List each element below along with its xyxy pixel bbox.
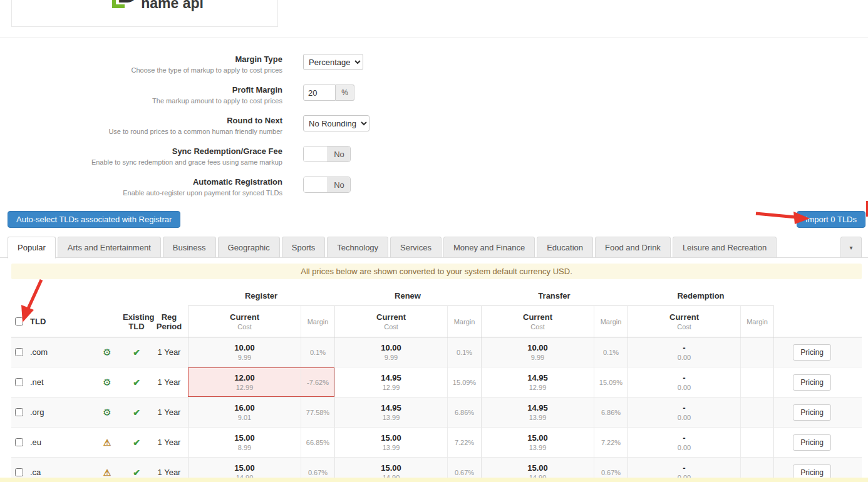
gear-icon <box>103 377 111 387</box>
round-to-next-help: Use to round prices to a common human fr… <box>0 128 282 135</box>
table-row: .net ✔ 1 Year 12.0012.99 -7.62% 14.9512.… <box>11 367 862 397</box>
profit-margin-label: Profit Margin <box>0 85 282 95</box>
brand-d-mark: D <box>112 0 138 11</box>
reg-period: 1 Year <box>150 468 188 477</box>
table-header-row: TLD Existing TLD Reg Period CurrentCost … <box>11 306 862 337</box>
renew-cells: 15.0013.99 7.22% <box>334 428 481 457</box>
check-icon: ✔ <box>133 438 140 448</box>
tab-leisure-and-recreation[interactable]: Leisure and Recreation <box>673 237 777 258</box>
row-checkbox[interactable] <box>15 438 23 446</box>
sync-redemption-help: Enable to sync redemption and grace fees… <box>0 158 282 166</box>
tld-name: .org <box>30 408 91 417</box>
existing-tld-column-header: Existing TLD <box>123 312 150 331</box>
redemption-cells: -0.00 <box>628 428 774 457</box>
renew-cells: 14.9512.99 15.09% <box>334 367 481 397</box>
redemption-cells: -0.00 <box>628 397 774 427</box>
profit-margin-help: The markup amount to apply to cost price… <box>0 97 282 105</box>
auto-select-tlds-button[interactable]: Auto-select TLDs associated with Registr… <box>8 211 180 228</box>
table-group-header-row: Register Renew Transfer Redemption <box>11 285 862 306</box>
category-tabs: Popular Arts and Entertainment Business … <box>0 236 868 258</box>
transfer-cells: 14.9513.99 6.86% <box>481 397 628 427</box>
reg-period: 1 Year <box>150 377 188 387</box>
tld-name: .eu <box>30 438 91 447</box>
row-checkbox[interactable] <box>15 378 23 386</box>
transfer-cells: 15.0013.99 7.22% <box>481 428 628 457</box>
row-checkbox[interactable] <box>15 468 23 476</box>
check-icon: ✔ <box>133 408 140 418</box>
round-to-next-label: Round to Next <box>0 115 282 126</box>
percent-addon: % <box>336 85 354 101</box>
margin-type-select[interactable]: Percentage <box>303 54 363 70</box>
currency-notice: All prices below are shown converted to … <box>11 264 862 279</box>
form-row-automatic-registration: Automatic Registration Enable auto-regis… <box>0 177 868 197</box>
register-cells: 16.009.01 77.58% <box>188 397 334 427</box>
profit-margin-input[interactable] <box>303 85 336 101</box>
table-row: .org ✔ 1 Year 16.009.01 77.58% 14.9513.9… <box>11 397 862 428</box>
form-row-margin-type: Margin Type Choose the type of markup to… <box>0 54 868 74</box>
warning-icon <box>103 438 111 448</box>
tab-arts-and-entertainment[interactable]: Arts and Entertainment <box>58 237 161 258</box>
more-tabs-button[interactable]: ▾ <box>840 237 862 258</box>
check-icon: ✔ <box>133 377 140 387</box>
round-to-next-select[interactable]: No Rounding <box>303 115 369 131</box>
group-register: Register <box>188 285 334 306</box>
reg-period: 1 Year <box>150 408 188 417</box>
sync-redemption-toggle[interactable]: No <box>303 146 351 162</box>
renew-cells: 14.9513.99 6.86% <box>334 397 481 427</box>
redemption-header-group: CurrentCost Margin <box>628 306 774 337</box>
toggle-knob <box>304 146 328 162</box>
form-row-sync-redemption: Sync Redemption/Grace Fee Enable to sync… <box>0 146 868 166</box>
tab-education[interactable]: Education <box>537 237 593 258</box>
register-cells: 15.008.99 66.85% <box>188 428 334 457</box>
tab-business[interactable]: Business <box>163 237 216 258</box>
reg-period: 1 Year <box>150 347 188 357</box>
automatic-registration-help: Enable auto-register upon payment for sy… <box>0 189 282 197</box>
table-row: .com ✔ 1 Year 10.009.99 0.1% 10.009.99 0… <box>11 337 862 367</box>
transfer-header-group: CurrentCost Margin <box>481 306 628 337</box>
row-checkbox[interactable] <box>15 348 23 356</box>
logo-card: D omain name api <box>11 0 278 27</box>
select-all-checkbox[interactable] <box>15 317 23 326</box>
markup-settings-form: Margin Type Choose the type of markup to… <box>0 54 868 207</box>
tab-sports[interactable]: Sports <box>282 237 326 258</box>
tab-food-and-drink[interactable]: Food and Drink <box>595 237 671 258</box>
tab-money-and-finance[interactable]: Money and Finance <box>443 237 535 258</box>
toggle-state-label: No <box>328 177 350 192</box>
tld-pricing-table: Register Renew Transfer Redemption TLD E… <box>11 285 862 482</box>
action-button-row: Auto-select TLDs associated with Registr… <box>0 211 868 228</box>
bottom-highlight-strip <box>0 478 868 482</box>
tab-services[interactable]: Services <box>390 237 442 258</box>
redemption-cells: -0.00 <box>628 367 774 397</box>
pricing-button[interactable]: Pricing <box>793 374 831 391</box>
tld-name: .com <box>30 347 91 357</box>
brand-logo: D omain name api <box>112 0 204 11</box>
import-tlds-button[interactable]: Import 0 TLDs <box>797 211 865 228</box>
tab-technology[interactable]: Technology <box>327 237 388 258</box>
group-redemption: Redemption <box>628 285 774 306</box>
group-transfer: Transfer <box>481 285 628 306</box>
check-icon: ✔ <box>133 347 140 357</box>
automatic-registration-toggle[interactable]: No <box>303 177 351 193</box>
transfer-cells: 10.009.99 0.1% <box>481 337 628 367</box>
toggle-state-label: No <box>328 146 350 162</box>
pricing-button[interactable]: Pricing <box>793 404 831 421</box>
register-cells-negative-margin: 12.0012.99 -7.62% <box>188 367 334 397</box>
header-divider <box>0 38 868 38</box>
margin-type-help: Choose the type of markup to apply to co… <box>0 66 282 74</box>
tld-name: .net <box>30 377 91 387</box>
gear-icon <box>103 407 111 418</box>
pricing-button[interactable]: Pricing <box>793 344 831 361</box>
pricing-button[interactable]: Pricing <box>793 434 831 451</box>
renew-header-group: CurrentCost Margin <box>334 306 481 337</box>
group-renew: Renew <box>334 285 481 306</box>
tab-popular[interactable]: Popular <box>8 237 56 259</box>
warning-icon <box>103 468 111 478</box>
tld-column-header: TLD <box>30 317 91 326</box>
margin-type-label: Margin Type <box>0 54 282 64</box>
register-header-group: CurrentCost Margin <box>188 306 334 337</box>
form-row-round-to-next: Round to Next Use to round prices to a c… <box>0 115 868 135</box>
chevron-down-icon: ▾ <box>849 244 852 251</box>
sync-redemption-label: Sync Redemption/Grace Fee <box>0 146 282 156</box>
tab-geographic[interactable]: Geographic <box>218 237 280 258</box>
row-checkbox[interactable] <box>15 408 23 416</box>
